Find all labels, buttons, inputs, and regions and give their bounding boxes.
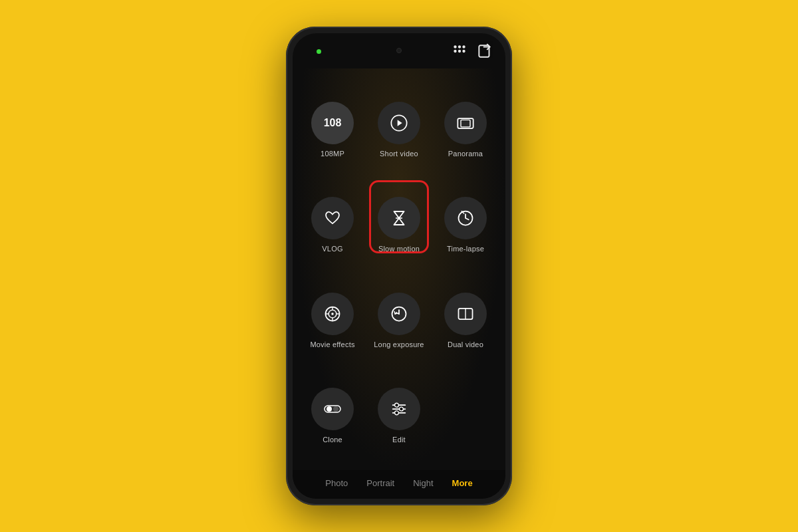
mode-time-lapse[interactable]: Time-lapse bbox=[432, 178, 499, 273]
mode-clone[interactable]: Clone bbox=[299, 368, 366, 464]
svg-point-0 bbox=[454, 45, 456, 48]
status-indicator-dot bbox=[317, 49, 321, 54]
movie-effects-label: Movie effects bbox=[310, 340, 354, 348]
phone-screen: 108 108MP Short video bbox=[293, 33, 505, 499]
short-video-label: Short video bbox=[380, 150, 418, 158]
long-exposure-label: Long exposure bbox=[374, 340, 424, 348]
phone-device: 108 108MP Short video bbox=[286, 27, 512, 505]
bottom-nav: Photo Portrait Night More bbox=[293, 470, 505, 499]
time-lapse-label: Time-lapse bbox=[447, 245, 484, 253]
mode-movie-effects[interactable]: Movie effects bbox=[299, 273, 366, 368]
svg-marker-9 bbox=[398, 120, 402, 126]
108mp-label: 108MP bbox=[321, 150, 344, 158]
mode-short-video[interactable]: Short video bbox=[366, 82, 432, 178]
clone-icon bbox=[311, 388, 354, 430]
modes-grid: 108 108MP Short video bbox=[293, 68, 505, 470]
vlog-icon bbox=[311, 197, 354, 239]
vlog-label: VLOG bbox=[322, 245, 342, 253]
nav-photo[interactable]: Photo bbox=[325, 478, 348, 488]
svg-rect-11 bbox=[461, 120, 470, 127]
clone-label: Clone bbox=[323, 436, 342, 444]
svg-point-33 bbox=[400, 407, 404, 411]
svg-point-5 bbox=[462, 50, 465, 53]
dual-video-label: Dual video bbox=[448, 340, 483, 348]
share-icon[interactable] bbox=[476, 43, 493, 63]
empty-cell bbox=[432, 368, 499, 464]
short-video-icon bbox=[378, 102, 420, 144]
svg-point-2 bbox=[462, 45, 465, 48]
time-lapse-icon bbox=[444, 197, 487, 239]
svg-point-34 bbox=[395, 411, 399, 415]
slow-motion-label: Slow motion bbox=[378, 245, 420, 253]
top-bar bbox=[293, 33, 505, 68]
mode-108mp[interactable]: 108 108MP bbox=[299, 82, 366, 178]
mode-panorama[interactable]: Panorama bbox=[432, 82, 499, 178]
mode-dual-video[interactable]: Dual video bbox=[432, 273, 499, 368]
mode-edit[interactable]: Edit bbox=[366, 368, 432, 464]
svg-point-28 bbox=[333, 406, 338, 412]
long-exposure-icon bbox=[378, 293, 420, 335]
panorama-label: Panorama bbox=[448, 150, 483, 158]
mode-vlog[interactable]: VLOG bbox=[299, 178, 366, 273]
svg-point-32 bbox=[395, 404, 399, 408]
movie-effects-icon bbox=[311, 293, 354, 335]
svg-point-3 bbox=[454, 50, 456, 53]
108mp-icon: 108 bbox=[311, 102, 354, 144]
panorama-icon bbox=[444, 102, 487, 144]
svg-point-18 bbox=[331, 313, 334, 315]
svg-point-27 bbox=[327, 406, 332, 412]
nav-portrait[interactable]: Portrait bbox=[366, 478, 394, 488]
front-camera-dot bbox=[396, 48, 402, 53]
nav-more[interactable]: More bbox=[452, 478, 473, 488]
mode-slow-motion[interactable]: Slow motion bbox=[366, 178, 432, 273]
screen-content: 108 108MP Short video bbox=[293, 68, 505, 470]
svg-point-4 bbox=[458, 50, 461, 53]
grid-icon[interactable] bbox=[451, 43, 468, 63]
svg-point-1 bbox=[458, 45, 461, 48]
edit-icon bbox=[378, 388, 420, 430]
dual-video-icon bbox=[444, 293, 487, 335]
nav-night[interactable]: Night bbox=[413, 478, 433, 488]
edit-label: Edit bbox=[392, 436, 406, 444]
slow-motion-icon bbox=[378, 197, 420, 239]
mode-long-exposure[interactable]: Long exposure bbox=[366, 273, 432, 368]
